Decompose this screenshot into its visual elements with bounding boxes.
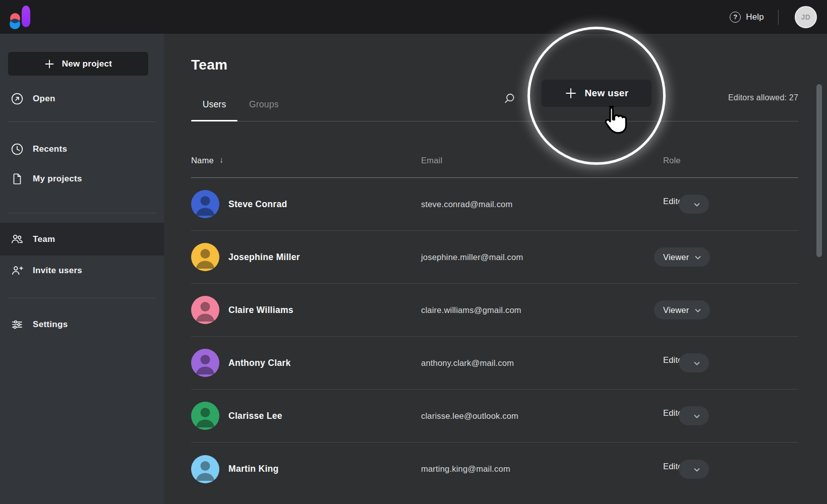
plus-icon	[565, 87, 577, 99]
person-silhouette-icon	[191, 349, 219, 377]
role-cell: Editor	[663, 460, 798, 479]
role-dropdown[interactable]: Viewer	[654, 300, 710, 320]
sliders-icon	[11, 318, 24, 331]
sidebar-item-label: Open	[33, 94, 55, 104]
chevron-down-icon	[693, 412, 701, 420]
user-email: josephine.miller@mail.com	[421, 253, 663, 262]
user-avatar	[191, 349, 219, 377]
user-avatar	[191, 402, 219, 430]
user-name: Claire Williams	[228, 305, 293, 316]
name-cell: Clarisse Lee	[191, 402, 421, 430]
name-cell: Martin King	[191, 455, 421, 483]
sidebar-item-label: Team	[33, 234, 55, 244]
clock-icon	[11, 143, 24, 156]
role-cell: Editor	[663, 195, 798, 214]
table-row: Josephine Miller josephine.miller@mail.c…	[191, 231, 798, 284]
role-dropdown[interactable]	[679, 460, 709, 479]
account-avatar[interactable]: JD	[795, 6, 817, 28]
sidebar-divider	[8, 121, 156, 122]
person-silhouette-icon	[191, 455, 219, 483]
user-email: marting.king@mail.com	[421, 464, 663, 474]
name-cell: Steve Conrad	[191, 190, 421, 218]
question-mark-icon: ?	[730, 12, 741, 23]
column-header-email: Email	[421, 156, 663, 165]
role-cell: Viewer	[663, 247, 798, 267]
sidebar-item-recents[interactable]: Recents	[0, 134, 164, 164]
app-window: ? Help JD New project Open	[0, 0, 827, 504]
main-content: Team New user Editors allowed: 27 Users …	[164, 34, 827, 504]
chevron-down-icon	[694, 306, 702, 314]
role-dropdown[interactable]	[679, 195, 709, 214]
table-body: Steve Conrad steve.conrad@mail.com Edito…	[191, 178, 798, 495]
user-email: anthony.clark@mail.com	[421, 358, 663, 368]
role-dropdown[interactable]	[679, 353, 709, 372]
user-name: Josephine Miller	[228, 252, 300, 263]
user-avatar	[191, 190, 219, 218]
name-cell: Josephine Miller	[191, 243, 421, 271]
person-silhouette-icon	[191, 190, 219, 218]
search-icon[interactable]	[503, 92, 516, 105]
plus-icon	[44, 59, 54, 69]
column-header-role: Role	[663, 156, 798, 165]
role-cell: Editor	[663, 353, 798, 372]
header-band: New user Editors allowed: 27 Users Group…	[191, 73, 798, 121]
help-label: Help	[746, 12, 764, 22]
table-row: Claire Williams claire.williams@gmail.co…	[191, 284, 798, 337]
sidebar-item-my-projects[interactable]: My projects	[0, 164, 164, 194]
user-avatar	[191, 455, 219, 483]
new-user-label: New user	[585, 88, 629, 99]
sidebar-divider	[8, 298, 156, 298]
person-silhouette-icon	[191, 296, 219, 324]
new-project-label: New project	[62, 59, 112, 69]
chevron-down-icon	[694, 254, 702, 262]
topbar-divider	[778, 10, 779, 25]
sidebar-item-invite-users[interactable]: Invite users	[0, 256, 164, 285]
role-dropdown[interactable]	[679, 406, 709, 425]
person-silhouette-icon	[191, 243, 219, 271]
sidebar-item-label: My projects	[33, 174, 82, 184]
user-name: Martin King	[228, 464, 279, 474]
vertical-scrollbar[interactable]	[816, 84, 822, 257]
tab-groups[interactable]: Groups	[248, 99, 280, 121]
role-dropdown[interactable]: Viewer	[654, 247, 710, 267]
column-header-name[interactable]: Name ↓	[191, 155, 421, 165]
users-table: Name ↓ Email Role Steve Conrad steve.con…	[191, 121, 798, 495]
user-name: Steve Conrad	[228, 199, 287, 210]
sidebar-item-settings[interactable]: Settings	[0, 309, 164, 339]
new-project-button[interactable]: New project	[8, 52, 148, 76]
user-email: clarisse.lee@outlook.com	[421, 411, 663, 421]
sidebar-item-label: Invite users	[33, 266, 82, 276]
page-title: Team	[191, 57, 827, 73]
new-user-button[interactable]: New user	[542, 80, 652, 107]
user-email: steve.conrad@mail.com	[421, 200, 663, 209]
sidebar-item-team[interactable]: Team	[0, 223, 164, 256]
name-cell: Claire Williams	[191, 296, 421, 324]
person-silhouette-icon	[191, 402, 219, 430]
sidebar-item-open[interactable]: Open	[0, 84, 164, 113]
role-cell: Editor	[663, 406, 798, 425]
sort-desc-icon: ↓	[219, 155, 224, 165]
user-name: Anthony Clark	[228, 358, 291, 368]
table-row: Martin King marting.king@mail.com Editor	[191, 443, 798, 495]
role-dropdown-value: Viewer	[663, 253, 689, 262]
user-avatar	[191, 296, 219, 324]
role-dropdown-value: Viewer	[663, 305, 689, 315]
table-header: Name ↓ Email Role	[191, 121, 798, 178]
topbar: ? Help JD	[0, 0, 827, 34]
table-row: Clarisse Lee clarisse.lee@outlook.com Ed…	[191, 390, 798, 443]
tabs: Users Groups	[191, 99, 280, 121]
user-email: claire.williams@gmail.com	[421, 305, 663, 315]
person-add-icon	[11, 264, 24, 277]
user-avatar	[191, 243, 219, 271]
editors-allowed-text: Editors allowed: 27	[728, 93, 798, 102]
sidebar-item-label: Recents	[33, 144, 67, 154]
name-cell: Anthony Clark	[191, 349, 421, 377]
role-cell: Viewer	[663, 300, 798, 320]
tab-users[interactable]: Users	[191, 99, 238, 121]
file-icon	[11, 172, 24, 185]
sidebar-item-label: Settings	[33, 320, 68, 330]
table-row: Anthony Clark anthony.clark@mail.com Edi…	[191, 337, 798, 390]
help-button[interactable]: ? Help	[730, 12, 764, 23]
app-logo-icon[interactable]	[9, 6, 31, 29]
user-name: Clarisse Lee	[228, 411, 282, 421]
